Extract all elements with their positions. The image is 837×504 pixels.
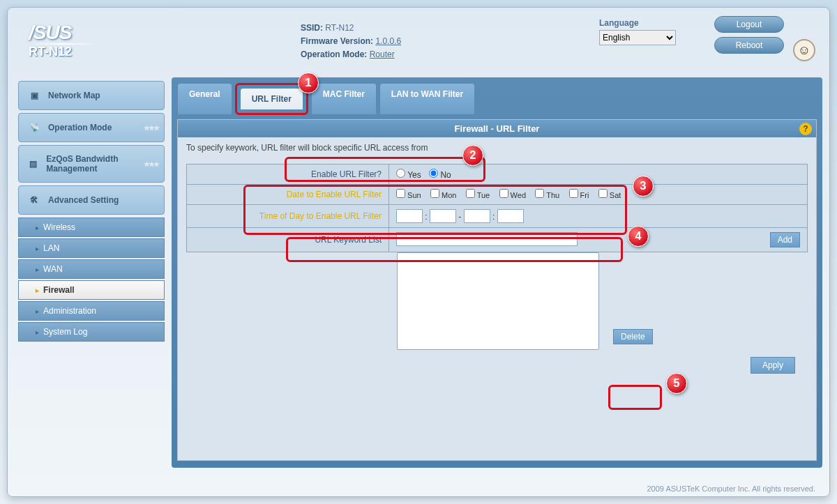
time-from-h[interactable] bbox=[396, 209, 423, 223]
stars-icon: ★★★ bbox=[144, 124, 158, 132]
keyword-label: URL Keyword List bbox=[187, 228, 389, 252]
sidebar-item-label: Advanced Setting bbox=[48, 195, 119, 205]
mascot-icon: ☺ bbox=[793, 39, 815, 61]
keyword-input[interactable] bbox=[396, 232, 578, 246]
language-select[interactable]: English bbox=[599, 30, 676, 45]
keyword-cell: Add bbox=[389, 228, 808, 252]
annotation-badge-5: 5 bbox=[666, 373, 687, 394]
tabs: General URL Filter 1 MAC Filter LAN to W… bbox=[177, 83, 817, 115]
header: /SUS RT-N12 SSID: RT-N12 Firmware Versio… bbox=[8, 8, 829, 77]
sidebar-sub-wan[interactable]: WAN bbox=[18, 259, 165, 279]
form-area: Enable URL Filter? Yes No Date to Enable… bbox=[178, 158, 816, 379]
sidebar-sub-firewall[interactable]: Firewall bbox=[18, 280, 165, 300]
sidebar-sub-wireless[interactable]: Wireless bbox=[18, 217, 165, 237]
keyword-list[interactable] bbox=[397, 252, 599, 350]
annotation-badge-4: 4 bbox=[628, 226, 649, 247]
annotation-badge-1: 1 bbox=[298, 72, 319, 93]
sidebar-sub-administration[interactable]: Administration bbox=[18, 301, 165, 321]
radio-no-label[interactable]: No bbox=[429, 170, 451, 180]
reboot-button[interactable]: Reboot bbox=[714, 37, 784, 54]
tab-lan-wan-filter[interactable]: LAN to WAN Filter bbox=[379, 83, 475, 115]
sidebar-sub-lan[interactable]: LAN bbox=[18, 238, 165, 258]
tab-url-filter[interactable]: URL Filter bbox=[240, 88, 303, 110]
day-tue[interactable]: Tue bbox=[466, 191, 490, 199]
bandwidth-icon: ▤ bbox=[26, 159, 40, 169]
tab-mac-filter[interactable]: MAC Filter bbox=[311, 83, 377, 115]
fw-link[interactable]: 1.0.0.6 bbox=[375, 36, 401, 46]
apply-button[interactable]: Apply bbox=[751, 357, 795, 374]
language-block: Language English Ok bbox=[599, 18, 676, 62]
annotation-box-5 bbox=[608, 385, 662, 410]
sidebar-sub-system-log[interactable]: System Log bbox=[18, 322, 165, 342]
mode-link[interactable]: Router bbox=[370, 49, 395, 59]
lang-label: Language bbox=[599, 18, 676, 28]
help-icon[interactable]: ? bbox=[799, 123, 812, 135]
operation-mode-icon: 📡 bbox=[26, 123, 43, 132]
sidebar-item-network-map[interactable]: ▣ Network Map bbox=[18, 81, 165, 110]
apply-row: Apply bbox=[186, 350, 808, 374]
content-panel: General URL Filter 1 MAC Filter LAN to W… bbox=[172, 77, 822, 468]
brand-logo: /SUS bbox=[29, 22, 98, 44]
form-table: Enable URL Filter? Yes No Date to Enable… bbox=[186, 164, 808, 252]
list-area: Delete bbox=[186, 252, 808, 350]
fw-label: Firmware Version: bbox=[301, 36, 373, 46]
sidebar-item-ezqos[interactable]: ▤ EzQoS Bandwidth Management ★★★ bbox=[18, 145, 165, 183]
time-label: Time of Day to Enable URL Filter bbox=[187, 205, 389, 228]
header-info: SSID: RT-N12 Firmware Version: 1.0.0.6 O… bbox=[301, 22, 401, 62]
sidebar-item-advanced[interactable]: 🛠 Advanced Setting bbox=[18, 185, 165, 215]
sidebar: ▣ Network Map 📡 Operation Mode ★★★ ▤ EzQ… bbox=[15, 77, 168, 468]
day-sun[interactable]: Sun bbox=[396, 191, 421, 199]
header-buttons: Logout Reboot bbox=[714, 16, 784, 54]
body: ▣ Network Map 📡 Operation Mode ★★★ ▤ EzQ… bbox=[8, 77, 829, 475]
day-fri[interactable]: Fri bbox=[569, 191, 589, 199]
sidebar-item-label: Operation Mode bbox=[48, 123, 112, 132]
time-cell: : - : bbox=[389, 205, 808, 228]
ssid-label: SSID: bbox=[301, 23, 323, 33]
panel-title: Firewall - URL Filter ? bbox=[178, 120, 816, 137]
tools-icon: 🛠 bbox=[26, 195, 43, 205]
radio-yes[interactable] bbox=[396, 169, 405, 178]
day-thu[interactable]: Thu bbox=[535, 191, 559, 199]
annotation-badge-2: 2 bbox=[462, 145, 483, 166]
radio-no[interactable] bbox=[429, 169, 438, 178]
enable-label: Enable URL Filter? bbox=[187, 165, 389, 185]
time-to-h[interactable] bbox=[464, 209, 490, 223]
router-admin-window: /SUS RT-N12 SSID: RT-N12 Firmware Versio… bbox=[7, 7, 830, 497]
enable-cell: Yes No bbox=[389, 165, 808, 185]
day-mon[interactable]: Mon bbox=[430, 191, 456, 199]
model-name: RT-N12 bbox=[29, 45, 98, 59]
mode-label: Operation Mode: bbox=[301, 49, 367, 59]
delete-button[interactable]: Delete bbox=[613, 329, 653, 344]
time-from-m[interactable] bbox=[430, 209, 456, 223]
sidebar-item-label: EzQoS Bandwidth Management bbox=[46, 154, 157, 174]
footer: 2009 ASUSTeK Computer Inc. All rights re… bbox=[647, 484, 815, 493]
panel-desc: To specify keywork, URL filter will bloc… bbox=[178, 137, 816, 158]
day-wed[interactable]: Wed bbox=[499, 191, 526, 199]
add-button[interactable]: Add bbox=[770, 232, 800, 247]
time-to-m[interactable] bbox=[497, 209, 524, 223]
ssid-value: RT-N12 bbox=[325, 23, 354, 33]
firewall-panel: Firewall - URL Filter ? To specify keywo… bbox=[177, 119, 817, 461]
date-label: Date to Enable URL Filter bbox=[187, 185, 389, 205]
radio-yes-label[interactable]: Yes bbox=[396, 170, 421, 180]
network-map-icon: ▣ bbox=[26, 91, 43, 100]
tab-general[interactable]: General bbox=[177, 83, 232, 115]
annotation-badge-3: 3 bbox=[633, 176, 654, 197]
days-cell: Sun Mon Tue Wed Thu Fri Sat bbox=[389, 185, 808, 205]
highlight-tab-1: URL Filter 1 bbox=[235, 83, 308, 115]
logout-button[interactable]: Logout bbox=[714, 16, 784, 33]
stars-icon: ★★★ bbox=[144, 160, 158, 168]
day-sat[interactable]: Sat bbox=[598, 191, 621, 199]
sidebar-item-operation-mode[interactable]: 📡 Operation Mode ★★★ bbox=[18, 113, 165, 142]
sidebar-item-label: Network Map bbox=[48, 91, 100, 100]
logo-block: /SUS RT-N12 bbox=[29, 22, 98, 59]
